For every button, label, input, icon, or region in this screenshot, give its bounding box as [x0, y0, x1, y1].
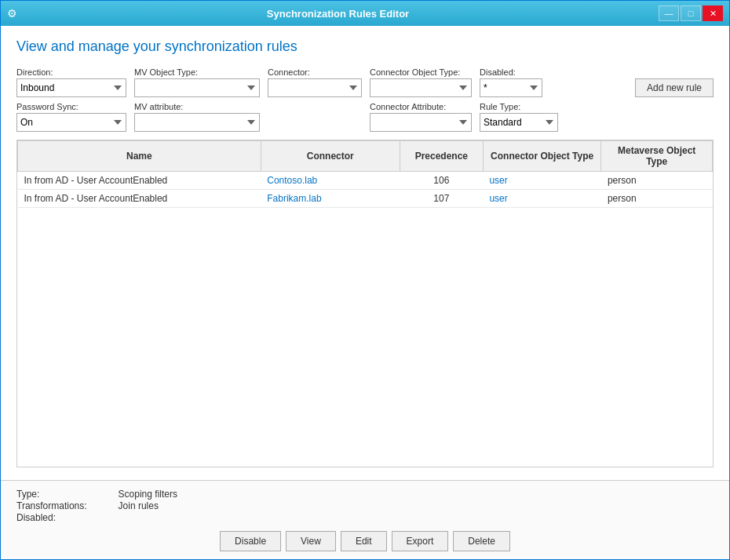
main-content: View and manage your synchronization rul… — [1, 26, 729, 480]
view-button[interactable]: View — [286, 531, 336, 551]
export-button[interactable]: Export — [392, 531, 449, 551]
cell-name: In from AD - User AccountEnabled — [18, 190, 261, 208]
direction-group: Direction: Inbound Outbound — [16, 67, 126, 97]
cell-precedence: 107 — [400, 190, 483, 208]
rules-table-container: Name Connector Precedence Connector Obje… — [16, 140, 714, 467]
mv-object-type-group: MV Object Type: — [134, 67, 260, 97]
cell-mv-obj-type: person — [601, 172, 713, 190]
transformations-label: Transformations: — [16, 500, 87, 511]
app-icon: ⚙ — [7, 7, 17, 20]
password-sync-label: Password Sync: — [16, 102, 126, 111]
table-header-row: Name Connector Precedence Connector Obje… — [18, 141, 713, 172]
col-header-mv-obj-type: Metaverse Object Type — [601, 141, 713, 172]
rule-type-group: Rule Type: Standard Sticky — [480, 102, 558, 132]
disabled-select[interactable]: * Yes No — [480, 78, 542, 97]
direction-label: Direction: — [16, 67, 126, 77]
rule-type-label: Rule Type: — [480, 102, 558, 111]
bottom-info-left: Type: Transformations: Disabled: — [16, 489, 87, 523]
col-header-name: Name — [18, 141, 261, 172]
add-new-rule-button[interactable]: Add new rule — [635, 78, 714, 97]
cell-connector: Contoso.lab — [261, 172, 400, 190]
mv-object-type-label: MV Object Type: — [134, 67, 260, 77]
connector-attribute-label: Connector Attribute: — [370, 102, 472, 111]
title-bar: ⚙ Synchronization Rules Editor — □ ✕ — [1, 1, 729, 26]
bottom-info-right: Scoping filters Join rules — [119, 489, 177, 523]
bottom-buttons: Disable View Edit Export Delete — [16, 531, 714, 551]
direction-select[interactable]: Inbound Outbound — [16, 78, 126, 97]
bottom-info: Type: Transformations: Disabled: Scoping… — [16, 489, 714, 523]
col-header-conn-obj-type: Connector Object Type — [483, 141, 600, 172]
window-controls: — □ ✕ — [659, 5, 723, 21]
page-title: View and manage your synchronization rul… — [16, 38, 714, 55]
scoping-filters-label: Scoping filters — [119, 489, 177, 500]
mv-attribute-label: MV attribute: — [134, 102, 260, 111]
disabled-label: Disabled: — [480, 67, 542, 77]
bottom-panel: Type: Transformations: Disabled: Scoping… — [1, 480, 729, 559]
rule-type-select[interactable]: Standard Sticky — [480, 113, 558, 132]
window-title: Synchronization Rules Editor — [17, 8, 659, 20]
mv-object-type-select[interactable] — [134, 78, 260, 97]
mv-attribute-group: MV attribute: — [134, 102, 260, 132]
bottom-disabled-label: Disabled: — [16, 512, 87, 523]
rules-table: Name Connector Precedence Connector Obje… — [17, 140, 713, 208]
password-sync-select[interactable]: On Off — [16, 113, 126, 132]
cell-precedence: 106 — [400, 172, 483, 190]
connector-object-type-select[interactable] — [370, 78, 472, 97]
join-rules-label: Join rules — [119, 500, 177, 511]
table-row[interactable]: In from AD - User AccountEnabled Contoso… — [18, 172, 713, 190]
filter-row-1: Direction: Inbound Outbound MV Object Ty… — [16, 67, 714, 97]
table-body: In from AD - User AccountEnabled Contoso… — [18, 172, 713, 208]
filter-section: Direction: Inbound Outbound MV Object Ty… — [16, 67, 714, 132]
cell-connector: Fabrikam.lab — [261, 190, 400, 208]
col-header-precedence: Precedence — [400, 141, 483, 172]
disabled-group: Disabled: * Yes No — [480, 67, 542, 97]
delete-button[interactable]: Delete — [453, 531, 510, 551]
type-label: Type: — [16, 489, 87, 500]
connector-group: Connector: — [268, 67, 362, 97]
password-sync-group: Password Sync: On Off — [16, 102, 126, 132]
cell-conn-obj-type: user — [483, 172, 600, 190]
cell-name: In from AD - User AccountEnabled — [18, 172, 261, 190]
cell-mv-obj-type: person — [601, 190, 713, 208]
filter-row-2: Password Sync: On Off MV attribute: Conn… — [16, 102, 714, 132]
connector-select[interactable] — [268, 78, 362, 97]
connector-attribute-select[interactable] — [370, 113, 472, 132]
main-window: ⚙ Synchronization Rules Editor — □ ✕ Vie… — [0, 0, 730, 560]
edit-button[interactable]: Edit — [341, 531, 387, 551]
maximize-button[interactable]: □ — [681, 5, 701, 21]
minimize-button[interactable]: — — [659, 5, 679, 21]
connector-attribute-group: Connector Attribute: — [370, 102, 472, 132]
connector-object-type-group: Connector Object Type: — [370, 67, 472, 97]
disable-button[interactable]: Disable — [220, 531, 281, 551]
connector-label: Connector: — [268, 67, 362, 77]
mv-attribute-select[interactable] — [134, 113, 260, 132]
close-button[interactable]: ✕ — [703, 5, 723, 21]
table-row[interactable]: In from AD - User AccountEnabled Fabrika… — [18, 190, 713, 208]
connector-object-type-label: Connector Object Type: — [370, 67, 472, 77]
col-header-connector: Connector — [261, 141, 400, 172]
cell-conn-obj-type: user — [483, 190, 600, 208]
